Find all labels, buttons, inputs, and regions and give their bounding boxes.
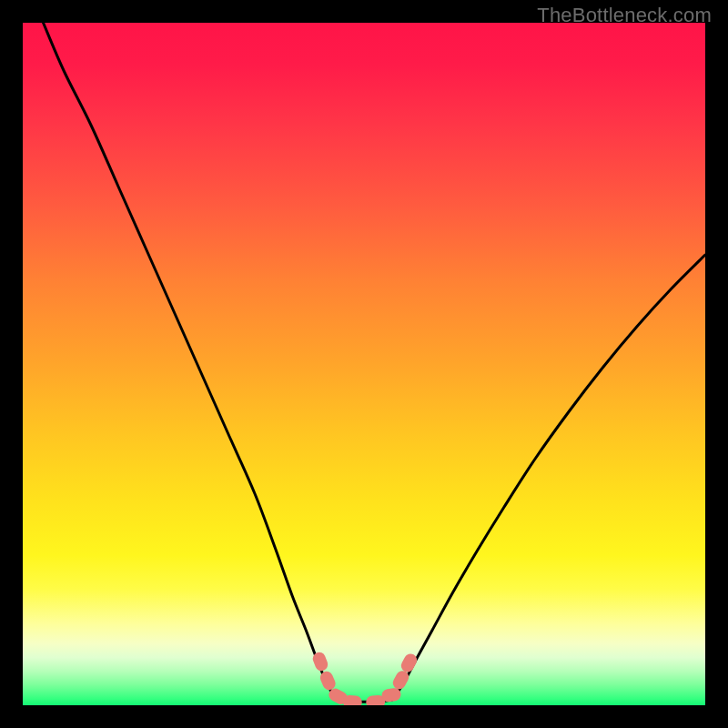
watermark-text: TheBottleneck.com: [537, 4, 712, 27]
curve-layer: [23, 23, 705, 705]
plot-area: [23, 23, 705, 705]
bottleneck-curve: [44, 23, 706, 702]
chart-frame: TheBottleneck.com: [0, 0, 728, 728]
